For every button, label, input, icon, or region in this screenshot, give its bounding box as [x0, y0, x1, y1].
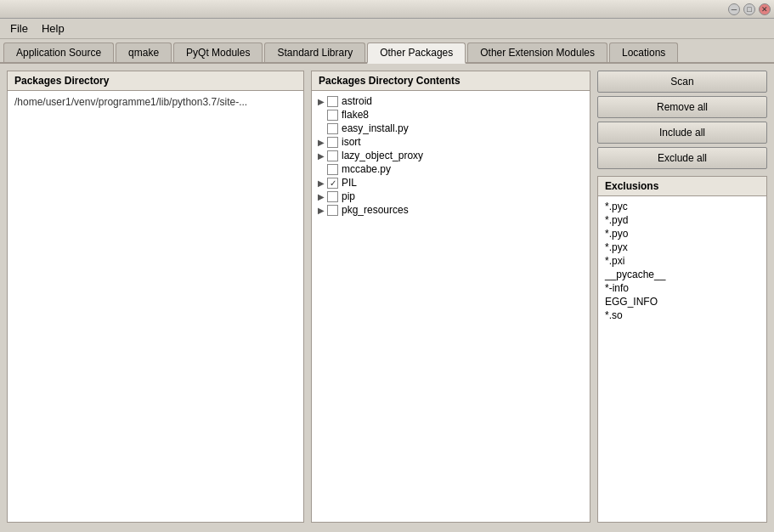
- item-label-astroid: astroid: [342, 95, 372, 107]
- exclusion-item: *.pyc: [602, 200, 763, 213]
- list-item[interactable]: flake8: [312, 108, 590, 122]
- item-checkbox-lazy-object-proxy[interactable]: [327, 150, 338, 161]
- item-label-pkg-resources: pkg_resources: [342, 204, 409, 216]
- expand-arrow-icon[interactable]: [315, 177, 327, 189]
- exclusion-item: *.so: [602, 308, 763, 322]
- main-content: Packages Directory /home/user1/venv/prog…: [0, 64, 774, 529]
- exclusion-item: *.pxi: [602, 254, 763, 268]
- tabs-bar: Application Source qmake PyQt Modules St…: [0, 39, 774, 64]
- tab-standard-library[interactable]: Standard Library: [264, 42, 365, 62]
- remove-all-button[interactable]: Remove all: [597, 96, 767, 118]
- window-controls: ─ □ ✕: [728, 3, 771, 15]
- tree-panel-header: Packages Directory Contents: [312, 71, 590, 91]
- item-label-flake8: flake8: [342, 109, 369, 121]
- expand-arrow-icon[interactable]: [315, 136, 327, 148]
- item-checkbox-astroid[interactable]: [327, 96, 338, 107]
- action-buttons: Scan Remove all Include all Exclude all: [597, 71, 767, 169]
- expand-arrow-icon[interactable]: [315, 150, 327, 161]
- exclusion-item: *.pyd: [602, 213, 763, 227]
- tab-application-source[interactable]: Application Source: [3, 42, 114, 62]
- item-checkbox-pil[interactable]: ✓: [327, 178, 338, 189]
- packages-directory-panel: Packages Directory /home/user1/venv/prog…: [7, 71, 304, 523]
- exclusion-item: __pycache__: [602, 268, 763, 281]
- restore-button[interactable]: □: [743, 3, 755, 15]
- exclusion-item: *.pyo: [602, 227, 763, 241]
- exclusion-item: EGG_INFO: [602, 295, 763, 308]
- tab-locations[interactable]: Locations: [609, 42, 678, 62]
- item-checkbox-flake8[interactable]: [327, 110, 338, 121]
- item-checkbox-easy-install[interactable]: [327, 123, 338, 134]
- tree-panel: Packages Directory Contents astroid flak…: [311, 71, 590, 523]
- item-checkbox-pkg-resources[interactable]: [327, 205, 338, 216]
- expand-arrow-icon[interactable]: [315, 95, 327, 107]
- exclusions-list: *.pyc *.pyd *.pyo *.pyx *.pxi __pycache_…: [598, 196, 766, 522]
- exclude-all-button[interactable]: Exclude all: [597, 147, 767, 169]
- tab-other-extension-modules[interactable]: Other Extension Modules: [467, 42, 607, 62]
- item-label-mccabe: mccabe.py: [342, 163, 391, 175]
- expand-arrow-icon[interactable]: [315, 190, 327, 202]
- tab-qmake[interactable]: qmake: [116, 42, 172, 62]
- tab-other-packages[interactable]: Other Packages: [367, 42, 466, 64]
- close-button[interactable]: ✕: [759, 3, 771, 15]
- packages-directory-header: Packages Directory: [8, 71, 303, 91]
- item-checkbox-isort[interactable]: [327, 137, 338, 148]
- item-label-lazy-object-proxy: lazy_object_proxy: [342, 150, 423, 161]
- menu-file[interactable]: File: [3, 20, 35, 37]
- title-bar: ─ □ ✕: [0, 0, 774, 19]
- item-label-pip: pip: [342, 190, 355, 202]
- item-label-isort: isort: [342, 136, 361, 148]
- packages-directory-path: /home/user1/venv/programme1/lib/python3.…: [11, 94, 300, 110]
- list-item[interactable]: isort: [312, 135, 590, 149]
- expand-arrow-icon[interactable]: [315, 204, 327, 216]
- minimize-button[interactable]: ─: [728, 3, 740, 15]
- list-item[interactable]: pip: [312, 190, 590, 203]
- item-label-easy-install: easy_install.py: [342, 122, 409, 134]
- list-item[interactable]: mccabe.py: [312, 162, 590, 176]
- packages-directory-content: /home/user1/venv/programme1/lib/python3.…: [8, 91, 303, 522]
- tab-pyqt-modules[interactable]: PyQt Modules: [173, 42, 263, 62]
- exclusions-header: Exclusions: [598, 177, 766, 196]
- exclusions-panel: Exclusions *.pyc *.pyd *.pyo *.pyx *.pxi…: [597, 176, 767, 523]
- tree-content[interactable]: astroid flake8 easy_install.py: [312, 91, 590, 522]
- exclusion-item: *.pyx: [602, 241, 763, 254]
- item-checkbox-pip[interactable]: [327, 191, 338, 202]
- buttons-exclusions-panel: Scan Remove all Include all Exclude all …: [597, 71, 767, 523]
- exclusion-item: *-info: [602, 281, 763, 295]
- scan-button[interactable]: Scan: [597, 71, 767, 93]
- right-panel: Packages Directory Contents astroid flak…: [311, 71, 767, 523]
- list-item[interactable]: lazy_object_proxy: [312, 149, 590, 162]
- menu-help[interactable]: Help: [35, 20, 71, 37]
- list-item[interactable]: ✓ PIL: [312, 176, 590, 190]
- list-item[interactable]: astroid: [312, 94, 590, 108]
- menubar: File Help: [0, 19, 774, 39]
- item-label-pil: PIL: [342, 177, 357, 189]
- include-all-button[interactable]: Include all: [597, 122, 767, 144]
- list-item[interactable]: pkg_resources: [312, 203, 590, 217]
- list-item[interactable]: easy_install.py: [312, 122, 590, 135]
- item-checkbox-mccabe[interactable]: [327, 164, 338, 175]
